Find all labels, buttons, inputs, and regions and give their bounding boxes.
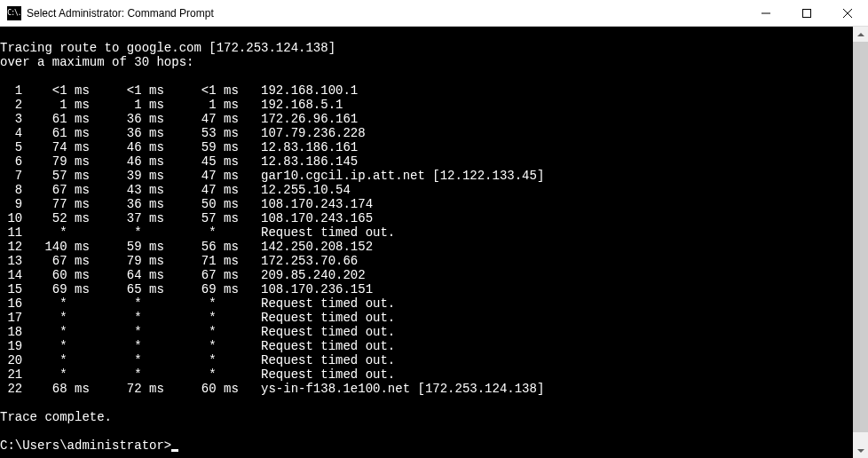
hop-unit (224, 225, 246, 240)
maximize-button[interactable] (786, 0, 827, 26)
hop-unit: ms (149, 98, 171, 112)
hop-unit: ms (224, 282, 246, 296)
hop-unit: ms (224, 183, 246, 197)
scrollbar-thumb[interactable] (853, 42, 868, 432)
hop-rtt3: * (171, 296, 216, 311)
trace-complete: Trace complete. (0, 410, 112, 424)
hop-rtt2: * (97, 296, 141, 311)
hop-unit: ms (75, 169, 97, 183)
hop-destination: 12.83.186.161 (261, 140, 358, 154)
hop-rtt2: * (97, 353, 141, 367)
hop-rtt3: 71 (171, 254, 216, 268)
hop-rtt1: 74 (22, 140, 67, 154)
hop-rtt1: 52 (22, 211, 67, 225)
hop-rtt2: 36 (97, 112, 141, 126)
hop-destination: 108.170.243.174 (261, 197, 373, 211)
hop-rtt3: 45 (171, 154, 216, 169)
hop-unit (75, 225, 97, 240)
hop-number: 18 (0, 325, 22, 339)
hop-rtt1: * (22, 339, 67, 353)
hop-rtt3: 47 (171, 183, 216, 197)
hop-unit: ms (75, 268, 97, 282)
hop-rtt2: <1 (97, 83, 141, 98)
hop-unit (75, 296, 97, 311)
hop-unit: ms (75, 98, 97, 112)
hop-number: 9 (0, 197, 22, 211)
hop-rtt3: * (171, 367, 216, 382)
hop-unit: ms (224, 126, 246, 140)
hop-destination: Request timed out. (261, 339, 395, 353)
hop-number: 5 (0, 140, 22, 154)
hop-rtt2: 36 (97, 197, 141, 211)
hop-unit: ms (149, 282, 171, 296)
hop-row: 977 ms36 ms50 ms108.170.243.174 (0, 197, 868, 211)
hop-unit (75, 311, 97, 325)
hop-number: 11 (0, 225, 22, 240)
hop-rtt1: <1 (22, 83, 67, 98)
terminal-area[interactable]: Tracing route to google.com [172.253.124… (0, 27, 868, 458)
hop-rtt1: 61 (22, 112, 67, 126)
hop-rtt3: 57 (171, 211, 216, 225)
hop-destination: gar10.cgcil.ip.att.net [12.122.133.45] (261, 169, 544, 183)
hop-row: 361 ms36 ms47 ms172.26.96.161 (0, 112, 868, 126)
hop-row: 2268 ms72 ms60 msys-in-f138.1e100.net [1… (0, 382, 868, 396)
hop-unit (149, 325, 171, 339)
hop-rtt2: 1 (97, 98, 141, 112)
hop-rtt3: 1 (171, 98, 216, 112)
hop-unit: ms (224, 211, 246, 225)
hop-rtt1: 77 (22, 197, 67, 211)
hop-rtt1: * (22, 353, 67, 367)
hop-rtt3: 47 (171, 169, 216, 183)
hop-unit (224, 311, 246, 325)
hop-rtt3: * (171, 225, 216, 240)
hop-rtt3: 59 (171, 140, 216, 154)
hop-destination: 108.170.243.165 (261, 211, 373, 225)
hop-unit (149, 311, 171, 325)
hop-rtt3: * (171, 339, 216, 353)
hop-unit: ms (75, 126, 97, 140)
hop-unit: ms (149, 140, 171, 154)
hop-destination: Request timed out. (261, 325, 395, 339)
hop-rtt2: 46 (97, 140, 141, 154)
vertical-scrollbar[interactable] (853, 27, 868, 458)
hop-rtt2: 37 (97, 211, 141, 225)
hop-row: 679 ms46 ms45 ms12.83.186.145 (0, 154, 868, 169)
hop-unit: ms (224, 154, 246, 169)
hop-row: 1<1 ms<1 ms<1 ms192.168.100.1 (0, 83, 868, 98)
hop-row: 21* * * Request timed out. (0, 367, 868, 382)
hop-unit: ms (224, 197, 246, 211)
cursor (171, 449, 178, 452)
trace-header-1: Tracing route to google.com [172.253.124… (0, 41, 335, 55)
hop-rtt3: 56 (171, 240, 216, 254)
hop-rtt1: 140 (22, 240, 67, 254)
minimize-button[interactable] (746, 0, 786, 26)
hop-rtt1: * (22, 325, 67, 339)
hop-unit (75, 339, 97, 353)
scrollbar-up-arrow[interactable] (853, 27, 868, 42)
hop-destination: ys-in-f138.1e100.net [172.253.124.138] (261, 382, 544, 396)
hop-number: 7 (0, 169, 22, 183)
hop-rtt3: 47 (171, 112, 216, 126)
hop-unit: ms (75, 240, 97, 254)
hop-rtt1: * (22, 296, 67, 311)
hop-unit: ms (224, 240, 246, 254)
hop-row: 17* * * Request timed out. (0, 311, 868, 325)
hop-unit: ms (75, 183, 97, 197)
prompt-text: C:\Users\administrator> (0, 438, 171, 453)
hop-destination: 107.79.236.228 (261, 126, 366, 140)
hop-destination: Request timed out. (261, 367, 395, 382)
hop-number: 3 (0, 112, 22, 126)
close-button[interactable] (827, 0, 868, 26)
hop-unit: ms (224, 83, 246, 98)
hop-unit (224, 339, 246, 353)
scrollbar-down-arrow[interactable] (853, 443, 868, 458)
hop-row: 16* * * Request timed out. (0, 296, 868, 311)
hop-unit: ms (149, 169, 171, 183)
hop-row: 461 ms36 ms53 ms107.79.236.228 (0, 126, 868, 140)
hop-unit: ms (75, 83, 97, 98)
hop-number: 10 (0, 211, 22, 225)
hop-unit: ms (149, 268, 171, 282)
hop-unit: ms (224, 382, 246, 396)
prompt-line[interactable]: C:\Users\administrator> (0, 438, 868, 453)
hop-row: 21 ms1 ms1 ms192.168.5.1 (0, 98, 868, 112)
